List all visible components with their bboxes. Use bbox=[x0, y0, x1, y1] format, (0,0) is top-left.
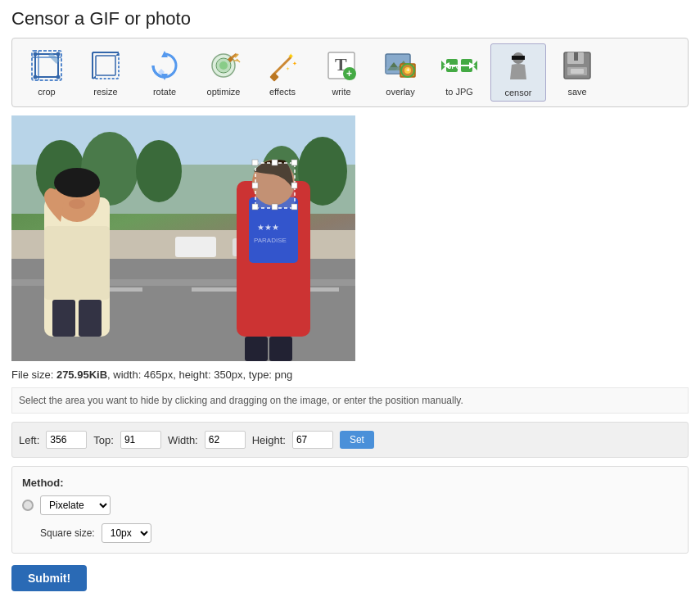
toolbar-label-effects: effects bbox=[269, 87, 296, 97]
svg-rect-86 bbox=[245, 337, 268, 361]
toolbar-item-overlay[interactable]: + overlay bbox=[373, 43, 428, 102]
optimize-icon bbox=[205, 47, 242, 84]
svg-rect-91 bbox=[272, 160, 278, 165]
file-info-text: File size: bbox=[11, 369, 56, 381]
svg-text:JPG: JPG bbox=[448, 63, 461, 70]
rotate-icon bbox=[146, 47, 183, 84]
svg-rect-93 bbox=[252, 183, 258, 188]
effects-icon: ✦ ✦ ✦ bbox=[264, 47, 301, 84]
toolbar-label-optimize: optimize bbox=[207, 87, 241, 97]
method-row: Pixelate Blur Black bar White bar bbox=[22, 495, 678, 515]
toolbar-item-write[interactable]: T + write bbox=[314, 43, 369, 102]
svg-rect-97 bbox=[291, 204, 297, 210]
toolbar-label-rotate: rotate bbox=[153, 87, 176, 97]
top-input[interactable] bbox=[120, 431, 161, 449]
file-info-rest: , width: 465px, height: 350px, type: png bbox=[107, 369, 292, 381]
toolbar-label-write: write bbox=[332, 87, 350, 97]
svg-text:✦: ✦ bbox=[287, 52, 294, 61]
svg-rect-96 bbox=[272, 204, 278, 210]
image-area[interactable]: ★★★ PARADISE bbox=[11, 115, 355, 361]
height-label: Height: bbox=[252, 434, 286, 446]
toolbar-item-optimize[interactable]: optimize bbox=[196, 43, 251, 102]
svg-text:★★★: ★★★ bbox=[257, 223, 279, 232]
pixelate-radio[interactable] bbox=[22, 500, 34, 511]
svg-rect-25 bbox=[269, 72, 278, 81]
write-icon: T + bbox=[323, 47, 360, 84]
toolbar-label-crop: crop bbox=[38, 87, 55, 97]
width-input[interactable] bbox=[205, 431, 246, 449]
toolbar-item-crop[interactable]: crop bbox=[19, 43, 75, 102]
svg-rect-90 bbox=[252, 160, 258, 165]
width-label: Width: bbox=[168, 434, 198, 446]
submit-button[interactable]: Submit! bbox=[11, 565, 87, 591]
svg-rect-95 bbox=[252, 204, 258, 210]
toolbar-item-resize[interactable]: resize bbox=[78, 43, 133, 102]
svg-rect-92 bbox=[291, 160, 297, 165]
toolbar: crop resize rota bbox=[11, 38, 689, 107]
svg-point-7 bbox=[56, 75, 61, 79]
svg-text:+: + bbox=[406, 66, 410, 74]
toolbar-label-censor: censor bbox=[504, 88, 531, 97]
svg-rect-57 bbox=[571, 69, 584, 74]
svg-rect-52 bbox=[512, 56, 525, 60]
svg-rect-94 bbox=[291, 183, 297, 188]
svg-point-5 bbox=[56, 52, 61, 57]
svg-text:✦: ✦ bbox=[286, 66, 290, 71]
position-row: Left: Top: Width: Height: Set bbox=[11, 422, 689, 458]
svg-rect-56 bbox=[574, 52, 578, 61]
resize-icon bbox=[87, 47, 124, 84]
overlay-icon: + bbox=[382, 47, 419, 84]
set-button[interactable]: Set bbox=[340, 431, 374, 449]
crop-icon bbox=[28, 47, 65, 84]
method-section: Method: Pixelate Blur Black bar White ba… bbox=[11, 466, 689, 554]
svg-rect-88 bbox=[255, 163, 295, 208]
file-size: 275.95KiB bbox=[56, 369, 107, 381]
square-size-label: Square size: bbox=[40, 527, 95, 539]
toolbar-item-rotate[interactable]: rotate bbox=[137, 43, 192, 102]
svg-point-62 bbox=[136, 140, 182, 202]
svg-text:✦: ✦ bbox=[292, 61, 297, 66]
svg-point-77 bbox=[69, 199, 85, 209]
svg-rect-69 bbox=[192, 287, 241, 292]
svg-point-18 bbox=[219, 61, 228, 70]
toolbar-label-overlay: overlay bbox=[386, 87, 414, 97]
toolbar-label-resize: resize bbox=[93, 87, 117, 97]
left-label: Left: bbox=[19, 434, 39, 446]
square-size-select[interactable]: 5px 10px 15px 20px bbox=[102, 523, 151, 543]
to-jpg-icon: JPG bbox=[440, 47, 478, 84]
toolbar-label-to-jpg: to JPG bbox=[445, 87, 473, 97]
toolbar-item-censor[interactable]: censor bbox=[490, 43, 546, 102]
svg-text:PARADISE: PARADISE bbox=[254, 237, 287, 244]
svg-rect-87 bbox=[269, 337, 292, 361]
page-title: Censor a GIF or photo bbox=[11, 8, 689, 29]
square-size-row: Square size: 5px 10px 15px 20px bbox=[22, 523, 678, 543]
file-info: File size: 275.95KiB, width: 465px, heig… bbox=[11, 369, 689, 381]
svg-rect-9 bbox=[96, 56, 115, 75]
save-icon bbox=[558, 47, 596, 84]
method-select[interactable]: Pixelate Blur Black bar White bar bbox=[40, 495, 111, 515]
toolbar-item-save[interactable]: save bbox=[549, 43, 605, 102]
svg-point-4 bbox=[34, 52, 38, 57]
svg-rect-78 bbox=[44, 226, 110, 300]
toolbar-item-to-jpg[interactable]: JPG to JPG bbox=[431, 43, 487, 102]
svg-point-6 bbox=[34, 75, 38, 79]
svg-rect-79 bbox=[52, 300, 75, 337]
toolbar-item-effects[interactable]: ✦ ✦ ✦ effects bbox=[255, 43, 310, 102]
svg-rect-72 bbox=[175, 237, 216, 257]
toolbar-label-save: save bbox=[567, 87, 586, 97]
method-label: Method: bbox=[22, 477, 678, 489]
top-label: Top: bbox=[93, 434, 114, 446]
left-input[interactable] bbox=[46, 431, 87, 449]
main-image[interactable]: ★★★ PARADISE bbox=[11, 115, 355, 361]
censor-icon bbox=[499, 47, 537, 85]
svg-text:+: + bbox=[346, 68, 352, 79]
svg-point-76 bbox=[54, 168, 100, 197]
height-input[interactable] bbox=[292, 431, 333, 449]
svg-rect-80 bbox=[79, 300, 102, 337]
instruction-text: Select the area you want to hide by clic… bbox=[11, 387, 689, 414]
